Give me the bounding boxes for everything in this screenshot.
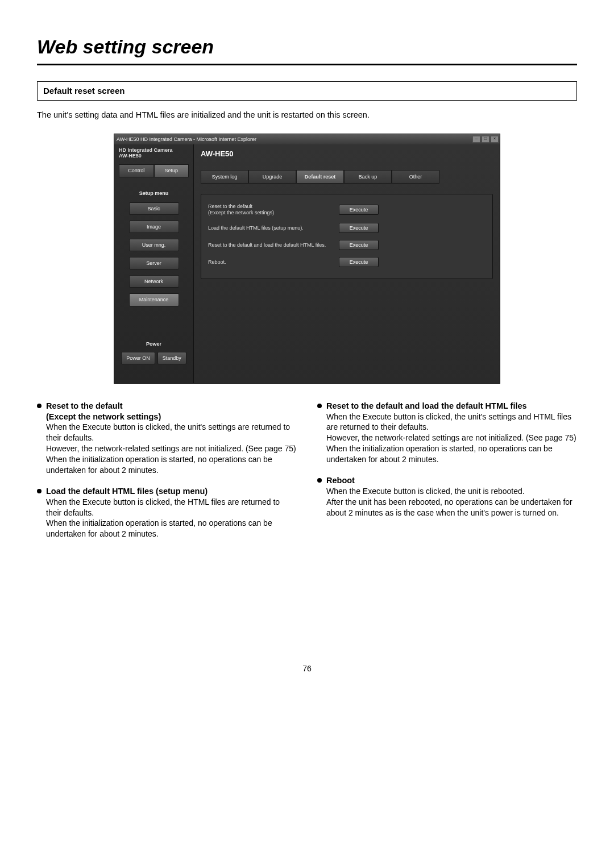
row-label: Reboot. (208, 259, 327, 265)
desc-load-html: Load the default HTML files (setup menu)… (37, 486, 297, 539)
power-on-button[interactable]: Power ON (121, 352, 155, 364)
execute-button-reset-default[interactable]: Execute (339, 205, 379, 215)
window-buttons: – □ × (472, 136, 499, 143)
intro-text: The unit's setting data and HTML files a… (37, 110, 577, 121)
desc-title: Reboot (326, 475, 355, 486)
sidebar-item-maintenance[interactable]: Maintenance (129, 293, 179, 306)
sidebar-item-network[interactable]: Network (129, 275, 179, 288)
sidebar-item-server[interactable]: Server (129, 257, 179, 269)
row-label: Reset to the default and load the defaul… (208, 242, 327, 248)
sidebar-menu: Basic Image User mng. Server Network Mai… (119, 202, 189, 306)
desc-title: Reset to the default and load the defaul… (326, 401, 527, 412)
window-title: AW-HE50 HD Integrated Camera - Microsoft… (117, 136, 256, 143)
bullet-icon (37, 404, 42, 408)
setup-button[interactable]: Setup (154, 164, 189, 177)
tab-system-log[interactable]: System log (201, 170, 248, 184)
description-columns: Reset to the default(Except the network … (37, 401, 577, 550)
screenshot-panel: AW-HE50 HD Integrated Camera - Microsoft… (114, 134, 500, 384)
sidebar-item-image[interactable]: Image (129, 221, 179, 233)
bullet-icon (37, 489, 42, 493)
row-reset-default: Reset to the default(Except the network … (208, 200, 486, 219)
desc-reboot: Reboot When the Execute button is clicke… (317, 475, 577, 518)
reset-panel: Reset to the default(Except the network … (201, 194, 493, 279)
execute-button-reboot[interactable]: Execute (339, 257, 379, 267)
row-reset-and-load: Reset to the default and load the defaul… (208, 236, 486, 254)
desc-reset-default: Reset to the default(Except the network … (37, 401, 297, 476)
desc-title: Load the default HTML files (setup menu) (46, 486, 208, 497)
sidebar: HD Integrated Camera AW-HE50 Control Set… (114, 144, 194, 383)
main-area: AW-HE50 System log Upgrade Default reset… (194, 144, 500, 383)
browser-window: AW-HE50 HD Integrated Camera - Microsoft… (114, 134, 500, 384)
execute-button-load-html[interactable]: Execute (339, 223, 379, 233)
page-number: 76 (37, 663, 577, 674)
window-titlebar: AW-HE50 HD Integrated Camera - Microsoft… (114, 134, 500, 144)
bullet-icon (317, 478, 322, 483)
setup-menu-label: Setup menu (119, 190, 189, 197)
standby-button[interactable]: Standby (157, 352, 186, 364)
desc-body: When the Execute button is clicked, the … (317, 486, 577, 518)
tab-upgrade[interactable]: Upgrade (248, 170, 296, 184)
description-col-right: Reset to the default and load the defaul… (317, 401, 577, 550)
tab-default-reset[interactable]: Default reset (296, 170, 344, 184)
tab-back-up[interactable]: Back up (344, 170, 392, 184)
row-reboot: Reboot. Execute (208, 254, 486, 271)
app-title: AW-HE50 (201, 149, 493, 163)
minimize-icon[interactable]: – (472, 136, 480, 143)
maximize-icon[interactable]: □ (482, 136, 489, 143)
desc-body: When the Execute button is clicked, the … (37, 497, 297, 540)
control-button[interactable]: Control (119, 164, 154, 177)
desc-reset-and-load: Reset to the default and load the defaul… (317, 401, 577, 465)
section-header: Default reset screen (37, 81, 577, 101)
page-title: Web setting screen (37, 34, 577, 65)
power-label: Power (119, 340, 189, 347)
sidebar-item-user-mng[interactable]: User mng. (129, 239, 179, 251)
desc-title: Reset to the default(Except the network … (46, 401, 161, 422)
sidebar-product-title: HD Integrated Camera AW-HE50 (119, 148, 189, 159)
bullet-icon (317, 404, 322, 408)
mode-toggle: Control Setup (119, 164, 189, 177)
sidebar-item-basic[interactable]: Basic (129, 202, 179, 215)
row-label: Load the default HTML files (setup menu)… (208, 225, 327, 231)
row-load-html: Load the default HTML files (setup menu)… (208, 219, 486, 236)
execute-button-reset-and-load[interactable]: Execute (339, 240, 379, 250)
tab-other[interactable]: Other (392, 170, 439, 184)
close-icon[interactable]: × (491, 136, 499, 143)
description-col-left: Reset to the default(Except the network … (37, 401, 297, 550)
desc-body: When the Execute button is clicked, the … (317, 412, 577, 465)
desc-body: When the Execute button is clicked, the … (37, 422, 297, 475)
row-label: Reset to the default(Except the network … (208, 203, 327, 216)
maintenance-tabs: System log Upgrade Default reset Back up… (201, 170, 493, 184)
power-row: Power ON Standby (119, 352, 189, 364)
